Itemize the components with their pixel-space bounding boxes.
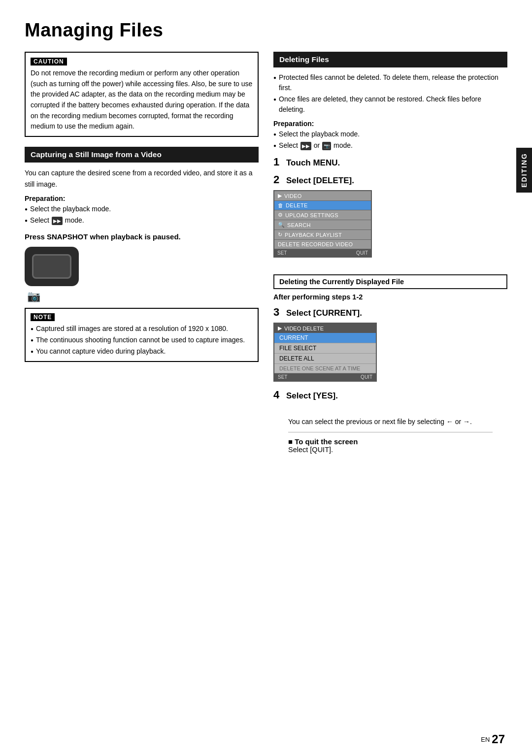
subsection-header: Deleting the Currently Displayed File bbox=[273, 274, 507, 289]
note-item-2: The continuous shooting function cannot … bbox=[31, 335, 253, 345]
press-snapshot-title: Press SNAPSHOT when playback is paused. bbox=[25, 232, 259, 241]
photo-mode-icon: 📷 bbox=[322, 142, 331, 150]
step-4-text: Select [YES]. bbox=[286, 391, 338, 401]
note-label: NOTE bbox=[31, 313, 55, 321]
snapshot-button-visual bbox=[25, 247, 79, 286]
note-item-1: Captured still images are stored at a re… bbox=[31, 324, 253, 334]
to-quit: ■ To quit the screen Select [QUIT]. bbox=[288, 437, 507, 454]
step-4-num: 4 bbox=[273, 389, 282, 401]
caution-box: CAUTION Do not remove the recording medi… bbox=[25, 52, 259, 137]
camera-icon: 📷 bbox=[27, 290, 40, 303]
vd-row-delete-one-scene: DELETE ONE SCENE AT A TIME bbox=[274, 364, 376, 373]
delete-preparation-label: Preparation: bbox=[273, 120, 507, 128]
vd-row-file-select: FILE SELECT bbox=[274, 343, 376, 354]
vd-row-current: CURRENT bbox=[274, 333, 376, 343]
bottom-note-text: You can select the previous or next file… bbox=[288, 416, 507, 427]
step-2: 2 Select [DELETE]. bbox=[273, 173, 507, 186]
menu-icon-delete: 🗑 bbox=[278, 202, 283, 208]
video-mode-icon2: ▶▶ bbox=[300, 142, 311, 150]
to-quit-label: ■ To quit the screen bbox=[288, 437, 358, 446]
delete-prep-item-1: Select the playback mode. bbox=[273, 129, 507, 139]
menu-row-delete: 🗑 DELETE bbox=[274, 201, 371, 210]
after-steps-text: After performing steps 1-2 bbox=[273, 293, 507, 301]
vd-header-icon: ▶ bbox=[278, 325, 282, 331]
editing-label: EDITING bbox=[520, 153, 528, 188]
video-mode-icon: ▶▶ bbox=[52, 217, 63, 225]
menu-text-playlist: PLAYBACK PLAYLIST bbox=[285, 232, 342, 238]
step-1: 1 Touch MENU. bbox=[273, 156, 507, 168]
step-1-text: Touch MENU. bbox=[286, 158, 340, 168]
menu-row-video: ▶ VIDEO bbox=[274, 191, 371, 201]
capture-prep-item-1: Select the playback mode. bbox=[25, 204, 259, 214]
menu-row-playlist: ↻ PLAYBACK PLAYLIST bbox=[274, 230, 371, 240]
menu-icon-playlist: ↻ bbox=[278, 231, 282, 238]
vd-footer: SET QUIT bbox=[274, 373, 376, 381]
step-3: 3 Select [CURRENT]. bbox=[273, 306, 507, 319]
menu-icon-upload: ⚙ bbox=[278, 212, 283, 218]
note-item-3: You cannot capture video during playback… bbox=[31, 346, 253, 357]
note-box: NOTE Captured still images are stored at… bbox=[25, 308, 259, 362]
menu-text-del-recorded: DELETE RECORDED VIDEO bbox=[278, 241, 353, 247]
video-delete-menu: ▶ VIDEO DELETE CURRENT FILE SELECT DELET… bbox=[273, 323, 377, 382]
caution-text: Do not remove the recording medium or pe… bbox=[31, 68, 253, 132]
delete-bullet-1: Protected files cannot be deleted. To de… bbox=[273, 72, 507, 93]
step-3-text: Select [CURRENT]. bbox=[286, 308, 362, 318]
menu-text-search: SEARCH bbox=[287, 222, 311, 228]
snapshot-image: 📷 bbox=[25, 247, 259, 303]
step-2-num: 2 bbox=[273, 173, 282, 186]
capture-section-body: You can capture the desired scene from a… bbox=[25, 167, 259, 190]
vd-footer-set: SET bbox=[278, 374, 287, 380]
menu-footer-quit: QUIT bbox=[356, 250, 368, 256]
editing-sidebar: EDITING bbox=[516, 148, 532, 193]
capture-section-header: Capturing a Still Image from a Video bbox=[25, 147, 259, 163]
menu-footer: SET QUIT bbox=[274, 249, 371, 257]
capture-preparation-label: Preparation: bbox=[25, 195, 259, 202]
menu-text-video: VIDEO bbox=[284, 193, 302, 199]
menu-footer-set: SET bbox=[277, 250, 287, 256]
step-3-num: 3 bbox=[273, 306, 282, 319]
vd-header: ▶ VIDEO DELETE bbox=[274, 324, 376, 333]
to-quit-text: Select [QUIT]. bbox=[288, 446, 333, 454]
delete-menu-mockup: ▶ VIDEO 🗑 DELETE ⚙ UPLOAD SETTINGS 🔍 SEA… bbox=[273, 190, 372, 258]
bottom-note-area: You can select the previous or next file… bbox=[273, 416, 507, 454]
delete-prep-item-2: Select ▶▶ or 📷 mode. bbox=[273, 140, 507, 151]
caution-label: CAUTION bbox=[31, 58, 67, 66]
step-4: 4 Select [YES]. bbox=[273, 389, 507, 401]
menu-text-delete: DELETE bbox=[286, 202, 308, 208]
step-1-num: 1 bbox=[273, 156, 282, 168]
menu-row-upload: ⚙ UPLOAD SETTINGS bbox=[274, 210, 371, 220]
capture-prep-item-2: Select ▶▶ mode. bbox=[25, 215, 259, 226]
vd-row-delete-all: DELETE ALL bbox=[274, 354, 376, 364]
menu-row-search: 🔍 SEARCH bbox=[274, 220, 371, 230]
footer-en: EN bbox=[481, 736, 490, 743]
snapshot-button-inner bbox=[32, 254, 71, 279]
menu-row-del-recorded: DELETE RECORDED VIDEO bbox=[274, 240, 371, 249]
menu-text-upload: UPLOAD SETTINGS bbox=[285, 212, 338, 218]
divider bbox=[288, 432, 493, 432]
page-title: Managing Files bbox=[25, 20, 507, 41]
delete-section-header: Deleting Files bbox=[273, 52, 507, 67]
vd-footer-quit: QUIT bbox=[361, 374, 372, 380]
delete-bullet-2: Once files are deleted, they cannot be r… bbox=[273, 94, 507, 115]
footer-num: 27 bbox=[492, 732, 505, 746]
menu-icon-search: 🔍 bbox=[278, 222, 285, 228]
page-footer: EN 27 bbox=[481, 732, 505, 746]
menu-icon-video: ▶ bbox=[278, 193, 282, 199]
vd-header-text: VIDEO DELETE bbox=[284, 326, 324, 331]
step-2-text: Select [DELETE]. bbox=[286, 176, 354, 186]
